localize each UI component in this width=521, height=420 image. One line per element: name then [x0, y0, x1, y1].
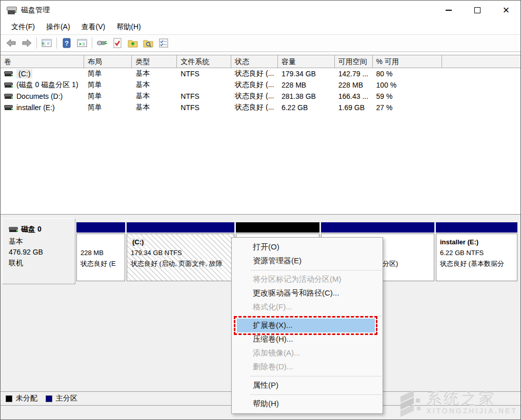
task-list-icon[interactable] — [156, 36, 171, 50]
partition-info-line: 状态良好 (基本数据分 — [440, 258, 517, 269]
svg-text:?: ? — [65, 39, 69, 47]
disk0-panel[interactable]: 磁盘 0 基本 476.92 GB 联机 — [2, 218, 75, 284]
column-header-卷[interactable]: 卷 — [1, 55, 84, 68]
partition-info-line: 6.22 GB NTFS — [440, 247, 517, 258]
volume-name-cell: (磁盘 0 磁盘分区 1) — [1, 80, 84, 90]
volume-cell-layout: 简单 — [84, 80, 132, 90]
partition-body: installer (E:)6.22 GB NTFS状态良好 (基本数据分 — [436, 234, 517, 281]
context-menu: 打开(O)资源管理器(E)将分区标记为活动分区(M)更改驱动器号和路径(C)..… — [231, 237, 383, 414]
volume-row[interactable]: (磁盘 0 磁盘分区 1)简单基本状态良好 (...228 MB228 MB10… — [1, 79, 520, 91]
menubar-item-3[interactable]: 帮助(H) — [111, 20, 146, 34]
close-button[interactable]: × — [492, 1, 520, 20]
column-header-类型[interactable]: 类型 — [132, 55, 177, 68]
menu-separator — [250, 394, 382, 395]
forward-icon[interactable] — [19, 36, 34, 50]
volume-name: (磁盘 0 磁盘分区 1) — [16, 80, 78, 90]
partition-label: (C:) — [131, 237, 234, 247]
menu-separator — [250, 376, 382, 376]
menubar-item-0[interactable]: 文件(F) — [6, 20, 41, 34]
disk-management-app-icon — [7, 6, 17, 14]
menu-item-label: 打开(O) — [253, 242, 279, 252]
legend-label: 未分配 — [16, 394, 37, 403]
volume-row[interactable]: (C:)简单基本NTFS状态良好 (...179.34 GB142.79 ...… — [1, 68, 520, 79]
help-icon[interactable]: ? — [59, 36, 74, 50]
column-header-% 可用[interactable]: % 可用 — [373, 55, 443, 68]
volume-cell-free: 142.79 ... — [335, 70, 373, 78]
context-menu-item-打开O[interactable]: 打开(O) — [232, 240, 383, 254]
column-header-状态[interactable]: 状态 — [231, 55, 278, 68]
check-document-icon[interactable] — [110, 36, 125, 50]
volume-cell-type: 基本 — [132, 69, 177, 78]
menu-item-label: 添加镜像(A)... — [253, 348, 300, 358]
back-icon[interactable] — [4, 36, 19, 50]
volume-cell-fs: NTFS — [177, 92, 231, 100]
device-properties-icon[interactable] — [94, 36, 110, 50]
context-menu-item-添加镜像A: 添加镜像(A)... — [232, 346, 383, 360]
volume-name-cell: installer (E:) — [1, 103, 84, 112]
context-menu-item-扩展卷X[interactable]: 扩展卷(X)... — [237, 319, 375, 332]
context-menu-item-属性P[interactable]: 属性(P) — [232, 379, 383, 392]
partition-body: (C:)179.34 GB NTFS状态良好 (启动, 页面文件, 故障 — [127, 234, 234, 281]
menubar-item-1[interactable]: 操作(A) — [41, 20, 76, 34]
title-bar: 磁盘管理 × — [1, 1, 520, 20]
folder-search-icon[interactable] — [141, 36, 156, 50]
volume-table-body: (C:)简单基本NTFS状态良好 (...179.34 GB142.79 ...… — [1, 68, 520, 113]
column-header-文件系统[interactable]: 文件系统 — [177, 55, 231, 68]
volume-icon — [4, 105, 13, 111]
disk-management-window: 磁盘管理 × 文件(F)操作(A)查看(V)帮助(H) ? 卷布局类型文件系统状… — [0, 0, 521, 420]
partition-type-bar — [127, 222, 234, 233]
context-menu-item-资源管理器E[interactable]: 资源管理器(E) — [232, 254, 383, 268]
menubar-item-2[interactable]: 查看(V) — [76, 20, 111, 34]
column-header-容量[interactable]: 容量 — [278, 55, 335, 68]
partition-body: 228 MB状态良好 (E — [76, 234, 125, 281]
volume-cell-pct: 100 % — [373, 81, 443, 89]
column-header-blank[interactable] — [442, 55, 520, 68]
maximize-button[interactable] — [463, 1, 492, 20]
menu-separator — [250, 316, 382, 317]
column-header-布局[interactable]: 布局 — [84, 55, 132, 68]
menu-item-label: 更改驱动器号和路径(C)... — [253, 288, 339, 298]
minimize-button[interactable] — [434, 1, 463, 20]
volume-cell-capacity: 281.38 GB — [278, 92, 335, 100]
column-header-可用空间[interactable]: 可用空间 — [335, 55, 373, 68]
partition-type-bar — [76, 222, 125, 233]
menu-item-label: 压缩卷(H)... — [253, 334, 293, 344]
disk-type: 基本 — [9, 236, 75, 247]
window-title: 磁盘管理 — [21, 6, 50, 15]
toolbar-separator — [36, 37, 37, 49]
context-menu-item-格式化F: 格式化(F)... — [232, 300, 383, 314]
minimize-icon — [446, 10, 452, 11]
disk-status: 联机 — [9, 258, 75, 268]
volume-cell-pct: 80 % — [373, 70, 443, 78]
volume-cell-type: 基本 — [132, 103, 177, 112]
volume-cell-pct: 59 % — [373, 92, 443, 100]
volume-cell-status: 状态良好 (... — [231, 103, 278, 112]
toolbar-separator — [56, 37, 57, 49]
legend-swatch — [46, 395, 52, 402]
legend-swatch — [6, 395, 12, 402]
partition-c-volume[interactable]: (C:)179.34 GB NTFS状态良好 (启动, 页面文件, 故障 — [127, 222, 234, 281]
volume-cell-status: 状态良好 (... — [231, 69, 278, 78]
partition-info-line: 状态良好 (启动, 页面文件, 故障 — [131, 258, 234, 269]
context-menu-item-更改驱动器号和路径C[interactable]: 更改驱动器号和路径(C)... — [232, 286, 383, 300]
partition-type-bar — [321, 222, 434, 233]
close-icon: × — [503, 5, 510, 16]
context-menu-item-压缩卷H[interactable]: 压缩卷(H)... — [232, 332, 383, 346]
partition-type-bar — [236, 222, 319, 233]
volume-row[interactable]: installer (E:)简单基本NTFS状态良好 (...6.22 GB1.… — [1, 102, 520, 113]
partition-e-volume[interactable]: installer (E:)6.22 GB NTFS状态良好 (基本数据分 — [436, 222, 517, 281]
partition-label: installer (E:) — [440, 237, 517, 247]
volume-cell-capacity: 228 MB — [278, 81, 335, 89]
partition-system-partition[interactable]: 228 MB状态良好 (E — [76, 222, 125, 281]
console-tree-icon[interactable] — [39, 36, 54, 50]
toolbar: ? — [1, 34, 520, 52]
volume-name-cell: (C:) — [1, 69, 84, 78]
folder-up-icon[interactable] — [125, 36, 141, 50]
action-pane-icon[interactable] — [74, 36, 90, 50]
partition-info-line: 179.34 GB NTFS — [131, 247, 234, 258]
context-menu-item-删除卷D: 删除卷(D)... — [232, 360, 383, 374]
volume-cell-layout: 简单 — [84, 103, 132, 112]
context-menu-item-帮助H[interactable]: 帮助(H) — [232, 397, 383, 411]
volume-cell-pct: 27 % — [373, 103, 443, 112]
volume-row[interactable]: Documets (D:)简单基本NTFS状态良好 (...281.38 GB1… — [1, 91, 520, 102]
